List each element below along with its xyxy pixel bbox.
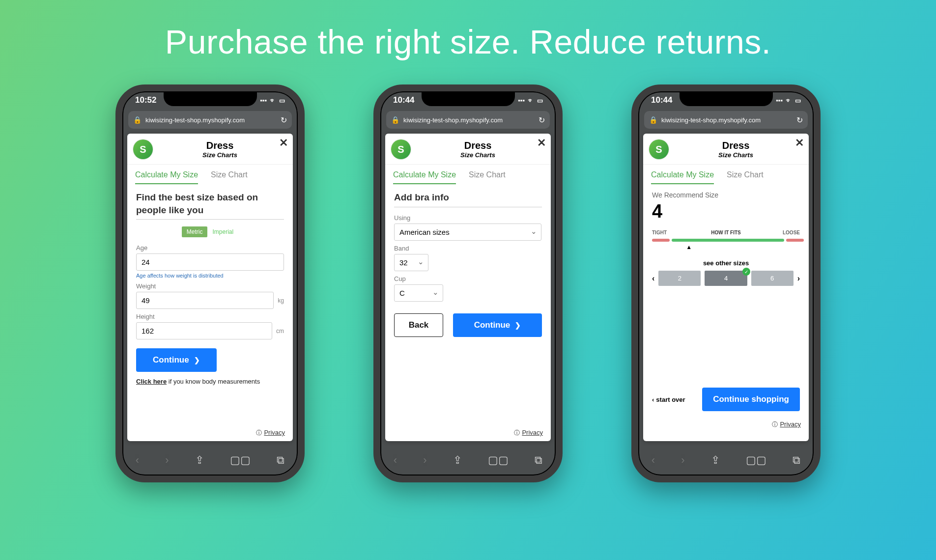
reload-icon[interactable]: ↻ <box>796 115 803 125</box>
forward-icon[interactable]: › <box>423 454 426 467</box>
signal-icon: ▪▪▪ <box>518 97 525 104</box>
see-other-sizes-label: see other sizes <box>652 259 800 267</box>
manual-measurements-note: Click here if you know body measurements <box>136 378 284 385</box>
privacy-link[interactable]: ⓘPrivacy <box>514 429 543 437</box>
recommend-label: We Recommend Size <box>652 191 800 199</box>
share-icon[interactable]: ⇪ <box>195 454 204 467</box>
back-icon[interactable]: ‹ <box>394 454 397 467</box>
address-bar[interactable]: 🔒 kiwisizing-test-shop.myshopify.com ↻ <box>386 111 550 129</box>
wifi-icon: ᯤ <box>528 97 534 104</box>
close-icon[interactable]: ✕ <box>279 137 288 149</box>
address-bar[interactable]: 🔒 kiwisizing-test-shop.myshopify.com ↻ <box>128 111 292 129</box>
size-prev-icon[interactable]: ‹ <box>652 274 654 283</box>
wifi-icon: ᯤ <box>270 97 276 104</box>
tabs-icon[interactable]: ⧉ <box>793 454 800 467</box>
privacy-link[interactable]: ⓘPrivacy <box>256 429 285 437</box>
band-select[interactable]: 32 <box>394 254 428 271</box>
weight-label: Weight <box>136 282 284 290</box>
age-label: Age <box>136 244 284 252</box>
close-icon[interactable]: ✕ <box>537 137 546 149</box>
using-select[interactable]: American sizes <box>394 224 541 241</box>
click-here-link[interactable]: Click here <box>136 378 167 385</box>
age-input[interactable] <box>136 253 284 271</box>
tabs-icon[interactable]: ⧉ <box>535 454 542 467</box>
continue-button[interactable]: Continue ❯ <box>136 348 217 372</box>
status-time: 10:44 <box>651 95 672 105</box>
band-label: Band <box>394 245 542 252</box>
size-option-selected[interactable]: 4 <box>705 271 747 286</box>
lock-icon: 🔒 <box>649 116 657 124</box>
size-option[interactable]: 6 <box>751 271 794 286</box>
height-label: Height <box>136 313 284 320</box>
bookmarks-icon[interactable]: ▢▢ <box>230 454 251 467</box>
bookmarks-icon[interactable]: ▢▢ <box>488 454 509 467</box>
tabs-icon[interactable]: ⧉ <box>277 454 284 467</box>
address-bar[interactable]: 🔒 kiwisizing-test-shop.myshopify.com ↻ <box>644 111 808 129</box>
share-icon[interactable]: ⇪ <box>711 454 720 467</box>
signal-icon: ▪▪▪ <box>776 97 783 104</box>
modal-subtitle: Size Charts <box>411 151 545 159</box>
step-heading: Find the best size based on people like … <box>136 191 284 220</box>
tab-size-chart[interactable]: Size Chart <box>469 170 506 184</box>
battery-icon: ▭ <box>537 97 543 104</box>
phone-mockup-1: 10:52 ▪▪▪ ᯤ ▭ 🔒 kiwisizing-test-shop.mys… <box>115 84 305 482</box>
notch <box>164 90 257 106</box>
reload-icon[interactable]: ↻ <box>539 115 545 125</box>
back-button[interactable]: Back <box>394 313 443 337</box>
recommended-size: 4 <box>652 201 800 222</box>
unit-metric-button[interactable]: Metric <box>182 226 208 237</box>
continue-label: Continue <box>153 355 189 365</box>
signal-icon: ▪▪▪ <box>260 97 267 104</box>
start-over-label: start over <box>656 396 685 403</box>
tab-size-chart[interactable]: Size Chart <box>727 170 764 184</box>
app-logo: S <box>649 140 669 159</box>
cup-label: Cup <box>394 275 542 282</box>
note-rest: if you know body measurements <box>167 378 260 385</box>
battery-icon: ▭ <box>279 97 285 104</box>
modal-screen: S Dress Size Charts ✕ Calculate My Size … <box>385 134 551 441</box>
page-url: kiwisizing-test-shop.myshopify.com <box>403 116 503 124</box>
fit-bar: TIGHT HOW IT FITS LOOSE ▲ <box>652 230 800 250</box>
reload-icon[interactable]: ↻ <box>281 115 287 125</box>
status-time: 10:52 <box>135 95 156 105</box>
continue-shopping-button[interactable]: Continue shopping <box>702 388 800 411</box>
tab-size-chart[interactable]: Size Chart <box>211 170 248 184</box>
forward-icon[interactable]: › <box>165 454 169 467</box>
browser-toolbar: ‹ › ⇪ ▢▢ ⧉ <box>380 445 556 476</box>
forward-icon[interactable]: › <box>681 454 684 467</box>
size-next-icon[interactable]: › <box>797 274 800 283</box>
info-icon: ⓘ <box>772 421 778 428</box>
chevron-right-icon: ❯ <box>515 321 521 329</box>
back-icon[interactable]: ‹ <box>652 454 655 467</box>
modal-subtitle: Size Charts <box>669 151 803 159</box>
modal-screen: S Dress Size Charts ✕ Calculate My Size … <box>643 134 809 441</box>
share-icon[interactable]: ⇪ <box>453 454 462 467</box>
modal-title: Dress <box>669 140 803 151</box>
age-hint: Age affects how weight is distributed <box>136 273 284 279</box>
fit-pointer-icon: ▲ <box>686 244 692 251</box>
unit-imperial-button[interactable]: Imperial <box>207 226 238 237</box>
start-over-link[interactable]: ‹ start over <box>652 396 685 403</box>
height-unit: cm <box>276 328 284 335</box>
weight-input[interactable] <box>136 292 274 309</box>
privacy-label: Privacy <box>522 429 543 436</box>
privacy-link[interactable]: ⓘPrivacy <box>772 420 801 429</box>
app-logo: S <box>391 140 411 159</box>
modal-subtitle: Size Charts <box>153 151 287 159</box>
cup-select[interactable]: C <box>394 284 443 302</box>
bookmarks-icon[interactable]: ▢▢ <box>746 454 766 467</box>
fit-tight-label: TIGHT <box>652 230 667 235</box>
size-option[interactable]: 2 <box>658 271 701 286</box>
tab-calculate[interactable]: Calculate My Size <box>651 170 714 184</box>
phone-mockup-3: 10:44 ▪▪▪ ᯤ ▭ 🔒 kiwisizing-test-shop.mys… <box>631 84 821 482</box>
back-icon[interactable]: ‹ <box>136 454 139 467</box>
page-url: kiwisizing-test-shop.myshopify.com <box>145 116 245 124</box>
phone-mockup-2: 10:44 ▪▪▪ ᯤ ▭ 🔒 kiwisizing-test-shop.mys… <box>373 84 563 482</box>
tab-calculate[interactable]: Calculate My Size <box>393 170 456 184</box>
tab-calculate[interactable]: Calculate My Size <box>135 170 198 184</box>
info-icon: ⓘ <box>514 429 520 436</box>
close-icon[interactable]: ✕ <box>795 137 804 149</box>
fit-loose-label: LOOSE <box>783 230 800 235</box>
height-input[interactable] <box>136 322 272 339</box>
continue-button[interactable]: Continue ❯ <box>453 313 542 337</box>
